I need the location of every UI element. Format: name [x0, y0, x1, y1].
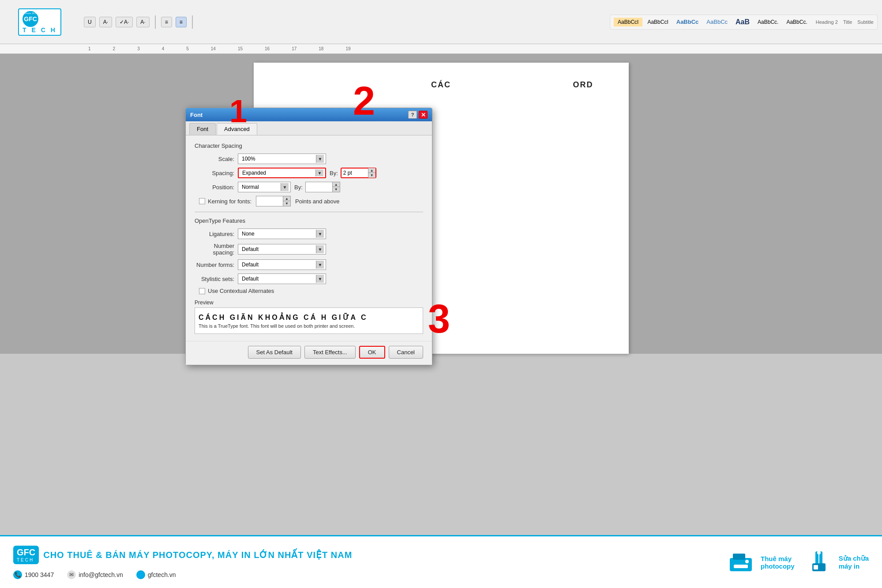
- num-forms-row: Number forms: Default ▼: [195, 259, 423, 270]
- set-default-btn[interactable]: Set As Default: [248, 346, 301, 359]
- preview-note: This is a TrueType font. This font will …: [199, 323, 419, 329]
- ligatures-select[interactable]: None ▼: [238, 228, 326, 239]
- align-btn2[interactable]: ≡: [176, 17, 187, 27]
- num-spacing-select[interactable]: Default ▼: [238, 244, 326, 255]
- format-btn-c[interactable]: A·: [136, 17, 149, 27]
- preview-label: Preview: [195, 300, 423, 306]
- ok-btn[interactable]: OK: [359, 346, 385, 359]
- stylistic-value: Default: [240, 276, 316, 282]
- contact-phone: 📞 1900 3447: [13, 570, 54, 579]
- phone-number: 1900 3447: [25, 571, 54, 578]
- svg-point-7: [817, 551, 821, 554]
- spacing-value: Expanded: [240, 170, 315, 176]
- phone-icon: 📞: [13, 570, 22, 579]
- position-spinner-down[interactable]: ▼: [333, 187, 340, 192]
- style-aabbcci-1[interactable]: AaBbCcI: [614, 18, 642, 26]
- annotation-1: 1: [229, 95, 247, 127]
- preview-text: CÁCH GIÃN KHOẢNG CÁ H GIỮA C: [199, 313, 419, 322]
- ligatures-row: Ligatures: None ▼: [195, 228, 423, 239]
- spacing-by-spinner[interactable]: ▲ ▼: [341, 168, 376, 178]
- svg-point-3: [745, 560, 749, 563]
- position-spinner-up[interactable]: ▲: [333, 182, 340, 187]
- subtitle-label: Subtitle: [857, 19, 874, 25]
- kerning-row: Kerning for fonts: ▲ ▼ Points and above: [199, 196, 423, 206]
- dialog-help-btn[interactable]: ?: [408, 111, 417, 119]
- style-aabbc[interactable]: AaBbCc: [673, 17, 702, 26]
- format-btn-a[interactable]: A·: [99, 17, 112, 27]
- underline-btn[interactable]: U: [84, 17, 96, 27]
- spacing-by-label: By:: [330, 170, 338, 176]
- position-label: Position:: [195, 184, 234, 191]
- spacing-label: Spacing:: [195, 170, 234, 176]
- contextual-checkbox[interactable]: [199, 288, 205, 294]
- style-heading2b[interactable]: AaBbCc: [703, 17, 731, 26]
- ribbon-buttons: U A· ✓A· A· ≡ ≡: [75, 15, 610, 29]
- kerning-input[interactable]: [256, 196, 283, 206]
- position-select[interactable]: Normal ▼: [238, 182, 291, 192]
- repair-svg: [806, 549, 832, 576]
- position-by-input[interactable]: [306, 182, 332, 192]
- spinner-up-btn[interactable]: ▲: [368, 168, 375, 173]
- spacing-arrow: ▼: [315, 169, 323, 176]
- points-text: Points and above: [295, 198, 339, 205]
- doc-heading-left: CÁC: [289, 80, 593, 90]
- title-label: Title: [843, 19, 852, 25]
- style-aabbcci-2[interactable]: AaBbCcI: [644, 18, 671, 26]
- svg-rect-1: [733, 554, 745, 560]
- website-url: gfctech.vn: [148, 571, 176, 578]
- num-forms-arrow: ▼: [316, 261, 324, 269]
- spacing-by-input[interactable]: [342, 169, 368, 177]
- annotation-3: 3: [428, 299, 450, 339]
- logo-box: GFC Since 2013 T E C H: [18, 8, 61, 36]
- format-btn-b[interactable]: ✓A·: [116, 17, 133, 27]
- style-aab[interactable]: AaB: [732, 17, 753, 27]
- photocopy-svg: [728, 549, 754, 576]
- kerning-checkbox[interactable]: [199, 198, 205, 204]
- document-area: CÁC ORD 1 2 Font ? ✕ Font Advanced: [0, 54, 882, 354]
- banner-main-text: CHO THUÊ & BÁN MÁY PHOTOCOPY, MÁY IN LỚN…: [43, 550, 352, 560]
- font-dialog: 1 2 Font ? ✕ Font Advanced Character Spa…: [185, 108, 432, 365]
- ligatures-value: None: [240, 231, 316, 237]
- service-repair-text: Sửa chữa máy in: [839, 554, 869, 570]
- cancel-btn[interactable]: Cancel: [389, 346, 423, 359]
- num-spacing-arrow: ▼: [316, 245, 324, 253]
- preview-box: CÁCH GIÃN KHOẢNG CÁ H GIỮA C This is a T…: [195, 307, 423, 334]
- num-forms-label: Number forms:: [195, 262, 234, 268]
- ruler: 12345 141516171819: [0, 44, 882, 54]
- logo-tech-text: T E C H: [23, 27, 57, 33]
- style-subtitle2[interactable]: AaBbCc.: [783, 18, 810, 26]
- kerning-down[interactable]: ▼: [283, 201, 290, 206]
- service-photocopy-text: Thuê máy photocopy: [761, 555, 795, 570]
- text-effects-btn[interactable]: Text Effects...: [304, 346, 356, 359]
- toolbar: GFC Since 2013 T E C H U A· ✓A· A· ≡ ≡ A…: [0, 0, 882, 44]
- stylistic-arrow: ▼: [316, 275, 324, 283]
- position-by-spinner[interactable]: ▲ ▼: [305, 182, 340, 192]
- spinner-down-btn[interactable]: ▼: [368, 173, 375, 178]
- num-forms-select[interactable]: Default ▼: [238, 259, 326, 270]
- spacing-select[interactable]: Expanded ▼: [238, 168, 326, 178]
- tab-font[interactable]: Font: [189, 123, 216, 135]
- dialog-titlebar: Font ? ✕: [186, 108, 432, 121]
- svg-rect-8: [814, 565, 818, 569]
- style-subtitle1[interactable]: AaBbCc.: [754, 18, 781, 26]
- kerning-up[interactable]: ▲: [283, 196, 290, 201]
- stylistic-select[interactable]: Default ▼: [238, 273, 326, 284]
- ligatures-arrow: ▼: [316, 230, 324, 238]
- email-address: info@gfctech.vn: [79, 571, 123, 578]
- scale-row: Scale: 100% ▼: [195, 154, 423, 164]
- num-spacing-row: Number spacing: Default ▼: [195, 243, 423, 256]
- scale-arrow: ▼: [316, 155, 324, 163]
- position-value: Normal: [240, 184, 261, 190]
- kerning-spinner[interactable]: ▲ ▼: [256, 196, 291, 206]
- position-arrow: ▼: [281, 183, 289, 191]
- dialog-close-btn[interactable]: ✕: [419, 111, 428, 119]
- scale-select[interactable]: 100% ▼: [238, 154, 326, 164]
- kerning-spinner-buttons: ▲ ▼: [283, 196, 290, 206]
- align-btn[interactable]: ≡: [161, 17, 172, 27]
- dialog-title: Font: [190, 112, 203, 118]
- contextual-label: Use Contextual Alternates: [208, 288, 274, 294]
- photocopy-icon: [725, 547, 756, 578]
- service-repair: Sửa chữa máy in: [803, 547, 869, 578]
- spacing-row: Spacing: Expanded ▼ By: ▲ ▼: [195, 168, 423, 178]
- heading2-label: Heading 2: [816, 19, 838, 25]
